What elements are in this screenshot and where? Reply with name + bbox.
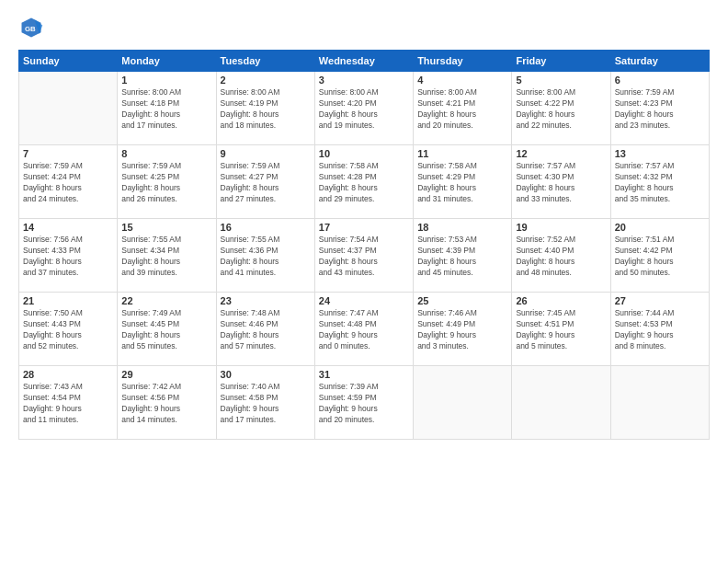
- day-number: 8: [121, 148, 211, 159]
- day-number: 16: [221, 222, 311, 233]
- day-info: Sunrise: 8:00 AMSunset: 4:20 PMDaylight:…: [319, 87, 409, 132]
- day-info: Sunrise: 7:59 AMSunset: 4:24 PMDaylight:…: [23, 161, 113, 205]
- header: GB: [18, 15, 710, 40]
- day-info: Sunrise: 7:44 AMSunset: 4:53 PMDaylight:…: [615, 308, 705, 352]
- weekday-header-wednesday: Wednesday: [314, 51, 413, 72]
- day-number: 12: [516, 148, 606, 159]
- calendar-cell: 11Sunrise: 7:58 AMSunset: 4:29 PMDayligh…: [414, 145, 512, 219]
- day-info: Sunrise: 7:50 AMSunset: 4:43 PMDaylight:…: [23, 308, 113, 352]
- weekday-header-friday: Friday: [512, 51, 610, 72]
- day-number: 24: [319, 295, 409, 306]
- calendar-cell: 2Sunrise: 8:00 AMSunset: 4:19 PMDaylight…: [216, 72, 314, 145]
- calendar-cell: 20Sunrise: 7:51 AMSunset: 4:42 PMDayligh…: [610, 219, 709, 293]
- calendar-cell: 31Sunrise: 7:39 AMSunset: 4:59 PMDayligh…: [314, 366, 413, 440]
- day-info: Sunrise: 7:43 AMSunset: 4:54 PMDaylight:…: [23, 382, 113, 426]
- day-info: Sunrise: 7:59 AMSunset: 4:27 PMDaylight:…: [221, 161, 311, 205]
- calendar-cell: 15Sunrise: 7:55 AMSunset: 4:34 PMDayligh…: [118, 219, 216, 293]
- day-info: Sunrise: 7:42 AMSunset: 4:56 PMDaylight:…: [121, 382, 211, 426]
- calendar-cell: 3Sunrise: 8:00 AMSunset: 4:20 PMDaylight…: [314, 72, 413, 145]
- calendar-cell: 7Sunrise: 7:59 AMSunset: 4:24 PMDaylight…: [19, 145, 118, 219]
- calendar-cell: 14Sunrise: 7:56 AMSunset: 4:33 PMDayligh…: [19, 219, 118, 293]
- day-number: 2: [221, 75, 311, 86]
- weekday-header-saturday: Saturday: [610, 51, 709, 72]
- calendar-week-row: 1Sunrise: 8:00 AMSunset: 4:18 PMDaylight…: [19, 72, 710, 145]
- calendar-cell: 17Sunrise: 7:54 AMSunset: 4:37 PMDayligh…: [314, 219, 413, 293]
- calendar-cell: 9Sunrise: 7:59 AMSunset: 4:27 PMDaylight…: [216, 145, 314, 219]
- day-number: 21: [23, 295, 113, 306]
- calendar-cell: 13Sunrise: 7:57 AMSunset: 4:32 PMDayligh…: [610, 145, 709, 219]
- day-number: 11: [417, 148, 507, 159]
- day-number: 31: [319, 369, 409, 380]
- day-info: Sunrise: 7:47 AMSunset: 4:48 PMDaylight:…: [319, 308, 409, 352]
- day-number: 13: [615, 148, 705, 159]
- calendar-week-row: 21Sunrise: 7:50 AMSunset: 4:43 PMDayligh…: [19, 293, 710, 366]
- day-number: 14: [23, 222, 113, 233]
- day-info: Sunrise: 7:40 AMSunset: 4:58 PMDaylight:…: [221, 382, 311, 426]
- weekday-header-sunday: Sunday: [19, 51, 118, 72]
- calendar-cell: 29Sunrise: 7:42 AMSunset: 4:56 PMDayligh…: [118, 366, 216, 440]
- day-info: Sunrise: 8:00 AMSunset: 4:21 PMDaylight:…: [417, 87, 507, 132]
- calendar-cell: 5Sunrise: 8:00 AMSunset: 4:22 PMDaylight…: [512, 72, 610, 145]
- svg-text:GB: GB: [25, 25, 36, 33]
- calendar-cell: 25Sunrise: 7:46 AMSunset: 4:49 PMDayligh…: [414, 293, 512, 366]
- calendar-cell: 19Sunrise: 7:52 AMSunset: 4:40 PMDayligh…: [512, 219, 610, 293]
- calendar-cell: 21Sunrise: 7:50 AMSunset: 4:43 PMDayligh…: [19, 293, 118, 366]
- day-info: Sunrise: 7:58 AMSunset: 4:29 PMDaylight:…: [417, 161, 507, 205]
- day-info: Sunrise: 7:52 AMSunset: 4:40 PMDaylight:…: [516, 235, 606, 279]
- calendar-cell: 28Sunrise: 7:43 AMSunset: 4:54 PMDayligh…: [19, 366, 118, 440]
- day-number: 5: [516, 75, 606, 86]
- calendar-cell: 18Sunrise: 7:53 AMSunset: 4:39 PMDayligh…: [414, 219, 512, 293]
- day-info: Sunrise: 7:58 AMSunset: 4:28 PMDaylight:…: [319, 161, 409, 205]
- calendar-week-row: 7Sunrise: 7:59 AMSunset: 4:24 PMDaylight…: [19, 145, 710, 219]
- day-number: 20: [615, 222, 705, 233]
- calendar-cell: 24Sunrise: 7:47 AMSunset: 4:48 PMDayligh…: [314, 293, 413, 366]
- day-number: 28: [23, 369, 113, 380]
- day-info: Sunrise: 7:56 AMSunset: 4:33 PMDaylight:…: [23, 235, 113, 279]
- calendar-table: SundayMondayTuesdayWednesdayThursdayFrid…: [18, 50, 710, 440]
- day-info: Sunrise: 7:46 AMSunset: 4:49 PMDaylight:…: [417, 308, 507, 352]
- calendar-cell: [19, 72, 118, 145]
- weekday-header-row: SundayMondayTuesdayWednesdayThursdayFrid…: [19, 51, 710, 72]
- calendar-cell: [610, 366, 709, 440]
- day-info: Sunrise: 7:59 AMSunset: 4:25 PMDaylight:…: [121, 161, 211, 205]
- day-number: 9: [221, 148, 311, 159]
- day-info: Sunrise: 7:54 AMSunset: 4:37 PMDaylight:…: [319, 235, 409, 279]
- calendar-cell: 8Sunrise: 7:59 AMSunset: 4:25 PMDaylight…: [118, 145, 216, 219]
- day-number: 4: [417, 75, 507, 86]
- calendar-cell: 6Sunrise: 7:59 AMSunset: 4:23 PMDaylight…: [610, 72, 709, 145]
- day-number: 6: [615, 75, 705, 86]
- day-number: 15: [121, 222, 211, 233]
- calendar-cell: 10Sunrise: 7:58 AMSunset: 4:28 PMDayligh…: [314, 145, 413, 219]
- day-info: Sunrise: 8:00 AMSunset: 4:19 PMDaylight:…: [221, 87, 311, 132]
- calendar-cell: [414, 366, 512, 440]
- day-number: 26: [516, 295, 606, 306]
- day-info: Sunrise: 8:00 AMSunset: 4:22 PMDaylight:…: [516, 87, 606, 132]
- calendar-cell: 1Sunrise: 8:00 AMSunset: 4:18 PMDaylight…: [118, 72, 216, 145]
- day-number: 7: [23, 148, 113, 159]
- logo-icon: GB: [18, 15, 44, 40]
- day-number: 18: [417, 222, 507, 233]
- day-info: Sunrise: 7:59 AMSunset: 4:23 PMDaylight:…: [615, 87, 705, 132]
- day-number: 29: [121, 369, 211, 380]
- calendar-cell: 4Sunrise: 8:00 AMSunset: 4:21 PMDaylight…: [414, 72, 512, 145]
- weekday-header-tuesday: Tuesday: [216, 51, 314, 72]
- day-number: 17: [319, 222, 409, 233]
- weekday-header-monday: Monday: [118, 51, 216, 72]
- day-info: Sunrise: 7:48 AMSunset: 4:46 PMDaylight:…: [221, 308, 311, 352]
- day-number: 25: [417, 295, 507, 306]
- calendar-cell: 12Sunrise: 7:57 AMSunset: 4:30 PMDayligh…: [512, 145, 610, 219]
- calendar-cell: [512, 366, 610, 440]
- day-number: 10: [319, 148, 409, 159]
- logo: GB: [18, 15, 48, 40]
- day-info: Sunrise: 7:55 AMSunset: 4:36 PMDaylight:…: [221, 235, 311, 279]
- page: GB SundayMondayTuesdayWednesdayThursdayF…: [0, 0, 728, 563]
- calendar-cell: 23Sunrise: 7:48 AMSunset: 4:46 PMDayligh…: [216, 293, 314, 366]
- day-number: 22: [121, 295, 211, 306]
- calendar-cell: 27Sunrise: 7:44 AMSunset: 4:53 PMDayligh…: [610, 293, 709, 366]
- weekday-header-thursday: Thursday: [414, 51, 512, 72]
- day-info: Sunrise: 7:49 AMSunset: 4:45 PMDaylight:…: [121, 308, 211, 352]
- day-info: Sunrise: 7:57 AMSunset: 4:30 PMDaylight:…: [516, 161, 606, 205]
- day-info: Sunrise: 7:55 AMSunset: 4:34 PMDaylight:…: [121, 235, 211, 279]
- day-number: 3: [319, 75, 409, 86]
- calendar-week-row: 14Sunrise: 7:56 AMSunset: 4:33 PMDayligh…: [19, 219, 710, 293]
